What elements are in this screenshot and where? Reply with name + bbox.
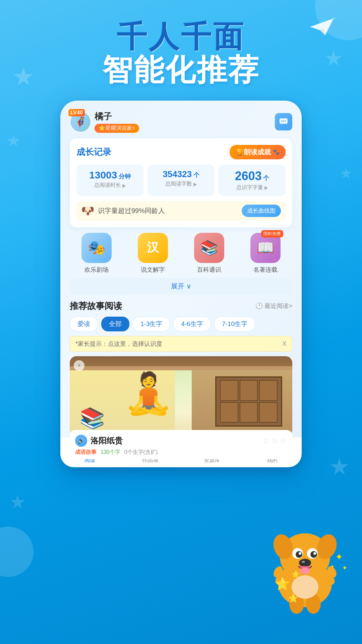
theater-label: 欢乐剧场 bbox=[84, 266, 109, 274]
chevron-down-icon: ∨ bbox=[186, 282, 191, 290]
feature-grid: 🎭 欢乐剧场 汉 说文解字 📚 百科通识 📖 限时免费 名著连载 bbox=[70, 233, 292, 274]
parent-tip-text: *家长提示：点这里，选择认识度 bbox=[75, 340, 162, 348]
user-role-badge[interactable]: ⭐星耀演说家> bbox=[95, 124, 139, 133]
parent-tip-bar[interactable]: *家长提示：点这里，选择认识度 X bbox=[70, 336, 292, 352]
story-card[interactable]: 🧘 📚 × bbox=[70, 356, 292, 437]
username: 橘子 bbox=[95, 111, 139, 122]
encyclopedia-label: 百科通识 bbox=[197, 266, 221, 274]
stat-number-literacy: 2603 个 bbox=[223, 169, 282, 183]
literacy-comparison-row: 🐶 识字量超过99%同龄人 成长曲线图 bbox=[76, 201, 286, 221]
tip-close-button[interactable]: X bbox=[282, 340, 287, 347]
app-header: LV40 🦸 橘子 ⭐星耀演说家> bbox=[70, 111, 292, 133]
story-info-bar: 🔊 洛阳纸贵 ☆ ☆ ☆ 成语故事 130个字 0个生字(含扩) bbox=[70, 430, 292, 459]
hero-title-1: 千人千面 bbox=[0, 20, 362, 53]
story-title: 洛阳纸贵 bbox=[90, 435, 123, 446]
theater-icon: 🎭 bbox=[81, 233, 112, 263]
star-1: ☆ bbox=[262, 436, 269, 445]
story-close-button[interactable]: × bbox=[74, 360, 84, 371]
tab-all[interactable]: 全部 bbox=[101, 317, 129, 331]
growth-record-card: 成长记录 🏆朗读成就 🐾 13003 分钟 总阅读时长 ▶ bbox=[70, 138, 292, 227]
svg-text:✦: ✦ bbox=[342, 564, 348, 572]
filter-tabs: 爱读 全部 1-3生字 4-6生字 7-10生字 bbox=[70, 317, 292, 331]
story-type: 成语故事 bbox=[75, 449, 97, 456]
hero-title-2: 智能化推荐 bbox=[0, 53, 362, 87]
expand-label: 展开 bbox=[171, 282, 184, 291]
svg-point-24 bbox=[299, 559, 311, 567]
svg-point-20 bbox=[296, 551, 302, 558]
svg-point-21 bbox=[310, 551, 317, 558]
svg-point-25 bbox=[302, 561, 305, 563]
stat-number-words: 354323 个 bbox=[152, 169, 210, 179]
stat-words-read[interactable]: 354323 个 总阅读字数 ▶ bbox=[147, 165, 215, 196]
svg-point-3 bbox=[281, 120, 283, 122]
message-button[interactable] bbox=[275, 113, 292, 130]
literacy-comparison-text: 识字量超过99%同龄人 bbox=[98, 206, 165, 215]
stat-number-time: 13003 分钟 bbox=[80, 169, 139, 180]
svg-point-22 bbox=[299, 552, 301, 555]
recommend-title: 推荐故事阅读 bbox=[70, 300, 122, 312]
speaker-icon: 🔊 bbox=[75, 435, 87, 447]
user-details: 橘子 ⭐星耀演说家> bbox=[95, 111, 139, 133]
chinese-icon: 汉 bbox=[138, 233, 168, 263]
phone-mockup-container: LV40 🦸 橘子 ⭐星耀演说家> 成长记录 bbox=[60, 101, 302, 467]
free-badge: 限时免费 bbox=[261, 230, 283, 237]
achievement-text: 🏆朗读成就 bbox=[236, 148, 271, 157]
tab-7-10[interactable]: 7-10生字 bbox=[214, 317, 255, 331]
tab-love[interactable]: 爱读 bbox=[70, 317, 98, 331]
hero-section: 千人千面 智能化推荐 bbox=[0, 0, 362, 87]
stat-label-time: 总阅读时长 ▶ bbox=[80, 182, 139, 189]
achievement-badge[interactable]: 🏆朗读成就 🐾 bbox=[230, 145, 286, 159]
story-illustration: 🧘 📚 bbox=[70, 356, 292, 437]
stats-row: 13003 分钟 总阅读时长 ▶ 354323 个 总阅读字数 bbox=[76, 165, 286, 196]
encyclopedia-icon: 📚 bbox=[194, 233, 224, 263]
svg-point-26 bbox=[300, 568, 310, 574]
avatar-wrapper: LV40 🦸 bbox=[70, 111, 91, 132]
stat-literacy[interactable]: 2603 个 总识字字量 ▶ bbox=[219, 165, 286, 196]
stat-label-words: 总阅读字数 ▶ bbox=[152, 180, 210, 187]
story-meta: 成语故事 130个字 0个生字(含扩) bbox=[75, 449, 287, 456]
stat-label-literacy: 总识字字量 ▶ bbox=[223, 184, 282, 191]
classics-icon: 📖 限时免费 bbox=[250, 233, 281, 263]
phone-mockup: LV40 🦸 橘子 ⭐星耀演说家> 成长记录 bbox=[60, 101, 302, 467]
growth-title: 成长记录 bbox=[76, 146, 111, 158]
svg-text:✦: ✦ bbox=[335, 552, 343, 562]
svg-text:✦: ✦ bbox=[330, 564, 335, 570]
svg-point-4 bbox=[283, 120, 284, 122]
level-badge: LV40 bbox=[68, 109, 85, 116]
tab-4-6[interactable]: 4-6生字 bbox=[173, 317, 210, 331]
svg-point-5 bbox=[285, 120, 286, 122]
growth-header: 成长记录 🏆朗读成就 🐾 bbox=[76, 145, 286, 159]
recent-reading-link[interactable]: 🕐 最近阅读> bbox=[255, 302, 292, 310]
feature-encyclopedia[interactable]: 📚 百科通识 bbox=[182, 233, 236, 274]
svg-point-23 bbox=[313, 552, 316, 555]
star-deco-3: ⭐ bbox=[292, 570, 300, 578]
recommend-header: 推荐故事阅读 🕐 最近阅读> bbox=[70, 300, 292, 312]
star-deco-1: ⭐ bbox=[275, 577, 290, 591]
mascot-dog: ✦ ✦ ✦ bbox=[261, 517, 355, 624]
star-2: ☆ bbox=[271, 436, 278, 445]
classics-label: 名著连载 bbox=[253, 266, 278, 274]
story-char-count: 130个字 bbox=[101, 449, 120, 456]
chinese-label: 说文解字 bbox=[141, 266, 165, 274]
literacy-left: 🐶 识字量超过99%同龄人 bbox=[81, 205, 165, 217]
tab-1-3[interactable]: 1-3生字 bbox=[133, 317, 170, 331]
star-3: ☆ bbox=[280, 436, 287, 445]
feature-theater[interactable]: 🎭 欢乐剧场 bbox=[70, 233, 123, 274]
story-title-row: 🔊 洛阳纸贵 ☆ ☆ ☆ bbox=[75, 435, 287, 447]
feature-classics[interactable]: 📖 限时免费 名著连载 bbox=[239, 233, 292, 274]
story-new-chars: 0个生字(含扩) bbox=[124, 449, 158, 456]
story-rating: ☆ ☆ ☆ bbox=[262, 436, 287, 445]
expand-button[interactable]: 展开 ∨ bbox=[70, 278, 292, 295]
dog-mascot-icon: 🐶 bbox=[81, 205, 95, 217]
user-info-section: LV40 🦸 橘子 ⭐星耀演说家> bbox=[70, 111, 139, 133]
stat-reading-time[interactable]: 13003 分钟 总阅读时长 ▶ bbox=[76, 165, 143, 196]
star-deco-2: ⭐ bbox=[288, 594, 298, 603]
feature-chinese[interactable]: 汉 说文解字 bbox=[126, 233, 180, 274]
growth-curve-button[interactable]: 成长曲线图 bbox=[242, 205, 281, 217]
